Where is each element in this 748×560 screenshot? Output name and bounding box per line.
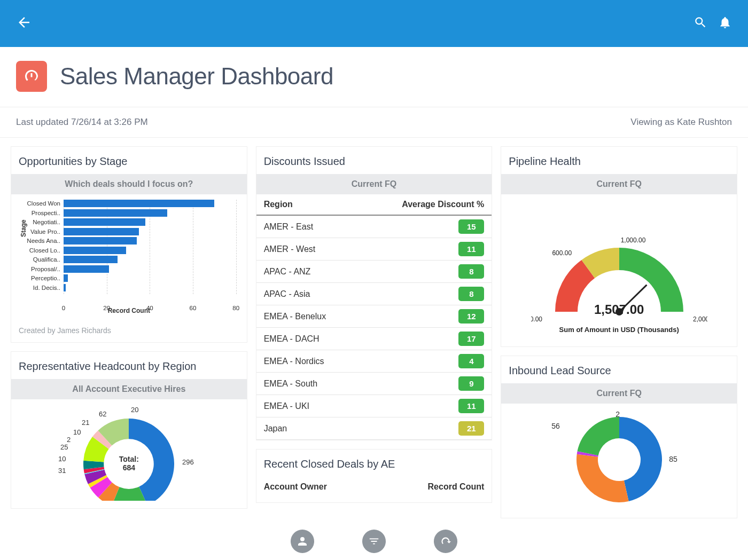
donut-slice-label: 31	[58, 467, 66, 475]
headcount-title: Representative Headcount by Region	[11, 352, 247, 379]
discount-region: AMER - West	[264, 244, 316, 254]
title-row: Sales Manager Dashboard	[0, 47, 748, 107]
headcount-panel[interactable]: Representative Headcount by Region All A…	[11, 351, 247, 509]
discount-region: EMEA - South	[264, 379, 318, 389]
gauge-value: 1,507.00	[509, 302, 729, 317]
discount-region: EMEA - Nordics	[264, 357, 324, 366]
discount-value-pill: 17	[458, 332, 484, 346]
dashboard-grid: Opportunities by Stage Which deals shoul…	[0, 138, 748, 527]
page-title: Sales Manager Dashboard	[60, 63, 333, 90]
discount-row[interactable]: APAC - ANZ8	[256, 261, 492, 283]
svg-text:600.00: 600.00	[552, 249, 572, 257]
donut-slice-label: 85	[669, 455, 677, 463]
user-button[interactable]	[291, 530, 314, 553]
donut-slice-label: 2	[615, 410, 620, 419]
donut-slice-label: 10	[73, 428, 81, 436]
discount-value-pill: 15	[458, 219, 484, 234]
inbound-panel[interactable]: Inbound Lead Source Current FQ 25685	[501, 356, 737, 518]
discount-value-pill: 8	[458, 287, 484, 301]
svg-text:1,000.00: 1,000.00	[620, 236, 645, 244]
discount-region: APAC - Asia	[264, 289, 310, 299]
donut-slice-label: 25	[60, 443, 68, 451]
discount-region: EMEA - DACH	[264, 334, 320, 344]
recent-deals-title: Recent Closed Deals by AE	[256, 449, 492, 477]
donut-slice-label: 296	[182, 458, 194, 466]
discount-row[interactable]: EMEA - UKI11	[256, 395, 492, 417]
donut-slice-label: 56	[551, 422, 560, 430]
pipeline-title: Pipeline Health	[501, 147, 737, 174]
bell-icon[interactable]	[718, 15, 732, 31]
discount-value-pill: 21	[458, 421, 484, 436]
donut-total: Total: 684	[102, 455, 155, 472]
discount-row[interactable]: AMER - East15	[256, 216, 492, 238]
discount-region: EMEA - UKI	[264, 401, 309, 411]
discounts-subtitle: Current FQ	[256, 174, 492, 194]
discounts-panel[interactable]: Discounts Issued Current FQ Region Avera…	[256, 146, 493, 440]
donut-slice-label: 10	[58, 455, 66, 463]
discount-row[interactable]: Japan21	[256, 417, 492, 440]
chart-ylabel: Stage	[20, 219, 27, 237]
dashboard-icon	[16, 61, 47, 92]
donut-slice-label: 62	[99, 410, 106, 418]
discount-value-pill: 11	[458, 242, 484, 256]
discount-row[interactable]: EMEA - Benelux12	[256, 305, 492, 328]
discount-value-pill: 11	[458, 399, 484, 413]
top-bar	[0, 0, 748, 47]
discounts-col-value: Average Discount %	[402, 200, 484, 209]
discount-value-pill: 4	[458, 354, 484, 368]
viewing-as: Viewing as Kate Rushton	[630, 117, 732, 128]
back-button[interactable]	[16, 14, 32, 33]
discounts-col-region: Region	[264, 200, 293, 209]
discount-value-pill: 12	[458, 309, 484, 324]
pipeline-subtitle: Current FQ	[501, 174, 737, 194]
pipeline-panel[interactable]: Pipeline Health Current FQ 0.00600.001,0…	[501, 146, 737, 347]
refresh-button[interactable]	[434, 530, 457, 553]
discount-row[interactable]: EMEA - DACH17	[256, 328, 492, 350]
gauge-caption: Sum of Amount in USD (Thousands)	[509, 322, 729, 339]
discounts-title: Discounts Issued	[256, 147, 492, 174]
inbound-subtitle: Current FQ	[501, 383, 737, 404]
discount-row[interactable]: EMEA - South9	[256, 373, 492, 395]
headcount-subtitle: All Account Executive Hires	[11, 379, 247, 399]
discount-region: Japan	[264, 424, 287, 433]
donut-slice-label: 20	[131, 406, 138, 414]
discount-row[interactable]: APAC - Asia8	[256, 283, 492, 305]
discount-row[interactable]: EMEA - Nordics4	[256, 350, 492, 373]
discount-region: AMER - East	[264, 222, 313, 232]
search-icon[interactable]	[694, 15, 707, 31]
opportunities-subtitle: Which deals should I focus on?	[11, 174, 247, 194]
filter-button[interactable]	[362, 530, 386, 553]
bottom-action-bar	[0, 523, 748, 560]
pipeline-gauge: 0.00600.001,000.002,000.00 1,507.00	[509, 200, 729, 322]
last-updated: Last updated 7/26/14 at 3:26 PM	[16, 117, 148, 128]
discount-region: APAC - ANZ	[264, 267, 311, 277]
recent-deals-panel[interactable]: Recent Closed Deals by AE Account Owner …	[256, 449, 493, 503]
recent-col-owner: Account Owner	[264, 482, 327, 492]
donut-slice-label: 2	[67, 436, 71, 444]
opportunities-panel[interactable]: Opportunities by Stage Which deals shoul…	[11, 146, 247, 343]
discount-value-pill: 8	[458, 264, 484, 279]
opportunities-title: Opportunities by Stage	[11, 147, 247, 174]
headcount-donut: Total: 684 206221102251031296	[19, 405, 239, 501]
meta-row: Last updated 7/26/14 at 3:26 PM Viewing …	[0, 107, 748, 138]
discount-row[interactable]: AMER - West11	[256, 238, 492, 261]
discount-value-pill: 9	[458, 376, 484, 391]
opportunities-bar-chart: Stage Closed WonProspecti..Negotiati..Va…	[19, 200, 239, 314]
chart-xlabel: Record Count	[19, 307, 239, 314]
inbound-title: Inbound Lead Source	[501, 356, 737, 383]
recent-col-count: Record Count	[428, 482, 485, 492]
donut-slice-label: 21	[82, 419, 89, 427]
discount-region: EMEA - Benelux	[264, 312, 326, 321]
inbound-donut: 25685	[509, 409, 729, 510]
created-by: Created by James Richards	[11, 322, 247, 342]
